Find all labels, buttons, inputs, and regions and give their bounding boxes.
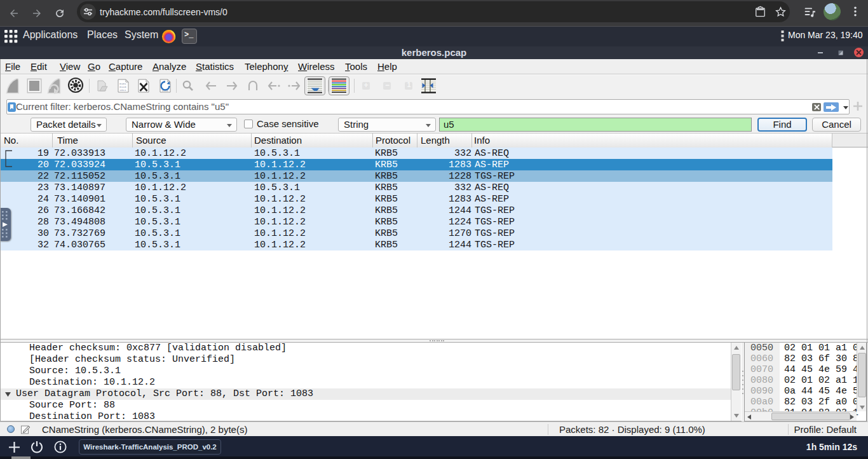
- svg-text:0110: 0110: [162, 90, 168, 92]
- svg-text:1011: 1011: [119, 88, 126, 92]
